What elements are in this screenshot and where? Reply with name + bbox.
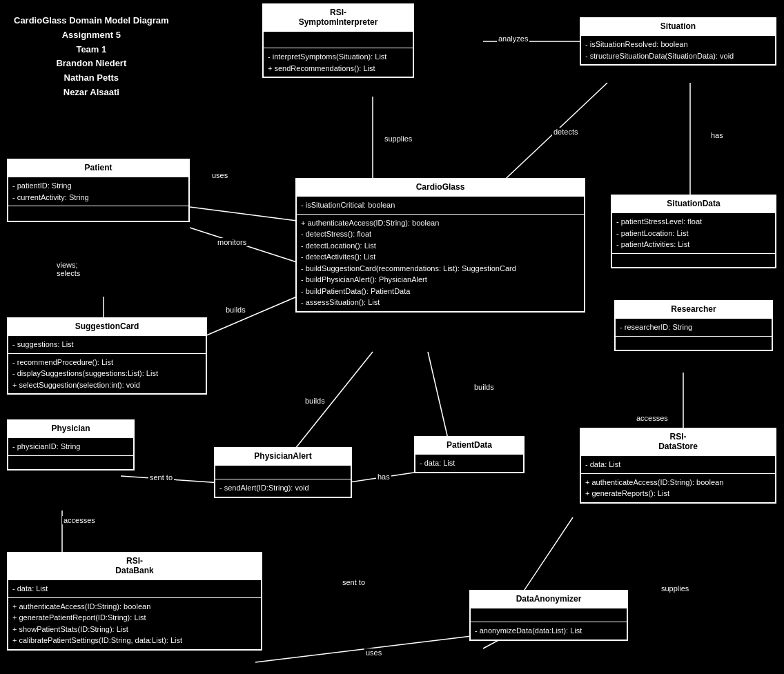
physician-methods xyxy=(8,455,133,469)
label-views-selects: views; selects xyxy=(55,261,81,277)
label-sent-to-physician: sent to xyxy=(148,473,174,482)
svg-line-8 xyxy=(290,352,373,455)
situation-data-title: SituationData xyxy=(612,196,775,212)
situation-attrs: - isSituationResolved: boolean - structu… xyxy=(581,35,775,64)
suggestion-card-box: SuggestionCard - suggestions: List - rec… xyxy=(7,317,207,395)
label-uses-patient: uses xyxy=(210,171,229,179)
cardioglass-attrs: - isSituationCritical: boolean xyxy=(297,196,584,214)
svg-line-4 xyxy=(190,207,297,221)
researcher-attrs: - researcherID: String xyxy=(616,318,772,336)
title-line2: Assignment 5 xyxy=(14,28,169,43)
label-accesses-rsi: accesses xyxy=(635,414,669,422)
title-line3: Team 1 xyxy=(14,43,169,57)
rsi-datastore-box: RSI-DataStore - data: List + authenticat… xyxy=(580,428,776,504)
label-uses-bottom: uses xyxy=(364,648,383,657)
label-has-top: has xyxy=(709,131,725,139)
researcher-methods xyxy=(616,336,772,350)
patient-attrs: - patientID: String - currentActivity: S… xyxy=(8,177,188,206)
rsi-databank-title: RSI-DataBank xyxy=(8,553,261,579)
patient-methods xyxy=(8,206,188,221)
physician-box: Physician - physicianID: String xyxy=(7,419,135,470)
situation-data-box: SituationData - patientStressLevel: floa… xyxy=(611,195,776,268)
svg-line-6 xyxy=(200,297,297,338)
patient-data-title: PatientData xyxy=(415,437,523,454)
label-supplies-bottom: supplies xyxy=(660,584,690,593)
patient-data-attrs: - data: List xyxy=(415,454,523,472)
situation-title: Situation xyxy=(581,19,775,35)
physician-alert-methods: - sendAlert(ID:String): void xyxy=(215,479,351,497)
rsi-datastore-methods: + authenticateAccess(ID:String): boolean… xyxy=(581,473,775,502)
rsi-symptom-title: RSI-SymptomInterpreter xyxy=(264,5,413,31)
physician-alert-attrs xyxy=(215,465,351,479)
situation-data-methods xyxy=(612,253,775,267)
title-line5: Nathan Petts xyxy=(14,71,169,86)
data-anonymizer-box: DataAnonymizer - anonymizeData(data:List… xyxy=(469,590,628,641)
physician-alert-title: PhysicianAlert xyxy=(215,448,351,465)
cardioglass-title: CardioGlass xyxy=(297,179,584,196)
title-line1: CardioGlass Domain Model Diagram xyxy=(14,14,169,28)
rsi-datastore-title: RSI-DataStore xyxy=(581,429,775,455)
suggestion-card-title: SuggestionCard xyxy=(8,319,206,335)
cardioglass-methods: + authenticateAccess(ID:String): boolean… xyxy=(297,214,584,311)
patient-data-box: PatientData - data: List xyxy=(414,436,525,473)
rsi-databank-box: RSI-DataBank - data: List + authenticate… xyxy=(7,552,262,651)
title-line4: Brandon Niedert xyxy=(14,57,169,71)
label-sent-to-databank: sent to xyxy=(341,578,366,586)
suggestion-card-methods: - recommendProcedure(): List - displaySu… xyxy=(8,353,206,394)
researcher-title: Researcher xyxy=(616,301,772,318)
title-line6: Nezar Alsaati xyxy=(14,86,169,100)
label-analyzes: analyzes xyxy=(497,34,529,43)
rsi-symptom-attrs xyxy=(264,31,413,48)
suggestion-card-attrs: - suggestions: List xyxy=(8,335,206,353)
label-builds-patient: builds xyxy=(473,383,496,391)
svg-line-9 xyxy=(428,352,449,442)
rsi-symptom-methods: - interpretSymptoms(Situation): List + s… xyxy=(264,48,413,77)
label-accesses-physician: accesses xyxy=(62,516,97,524)
patient-title: Patient xyxy=(8,160,188,177)
rsi-symptom-interpreter-box: RSI-SymptomInterpreter - interpretSympto… xyxy=(262,3,414,78)
label-has-physician: has xyxy=(376,473,391,481)
situation-data-attrs: - patientStressLevel: float - patientLoc… xyxy=(612,212,775,253)
patient-box: Patient - patientID: String - currentAct… xyxy=(7,159,190,222)
label-supplies-top: supplies xyxy=(383,135,413,143)
label-monitors: monitors xyxy=(216,238,248,246)
rsi-databank-attrs: - data: List xyxy=(8,579,261,597)
data-anonymizer-methods: - anonymizeData(data:List): List xyxy=(471,622,627,640)
label-builds-physician: builds xyxy=(304,397,326,405)
label-builds-suggestion: builds xyxy=(224,306,247,314)
researcher-box: Researcher - researcherID: String xyxy=(614,300,773,351)
physician-attrs: - physicianID: String xyxy=(8,437,133,455)
data-anonymizer-title: DataAnonymizer xyxy=(471,591,627,608)
data-anonymizer-attrs xyxy=(471,608,627,622)
physician-alert-box: PhysicianAlert - sendAlert(ID:String): v… xyxy=(214,447,352,498)
label-detects: detects xyxy=(552,128,579,136)
svg-line-14 xyxy=(518,517,573,600)
cardioglass-box: CardioGlass - isSituationCritical: boole… xyxy=(295,178,585,313)
physician-title: Physician xyxy=(8,421,133,437)
rsi-databank-methods: + authenticateAccess(ID:String): boolean… xyxy=(8,597,261,649)
situation-box: Situation - isSituationResolved: boolean… xyxy=(580,17,776,66)
rsi-datastore-attrs: - data: List xyxy=(581,455,775,473)
title-box: CardioGlass Domain Model Diagram Assignm… xyxy=(14,14,169,100)
